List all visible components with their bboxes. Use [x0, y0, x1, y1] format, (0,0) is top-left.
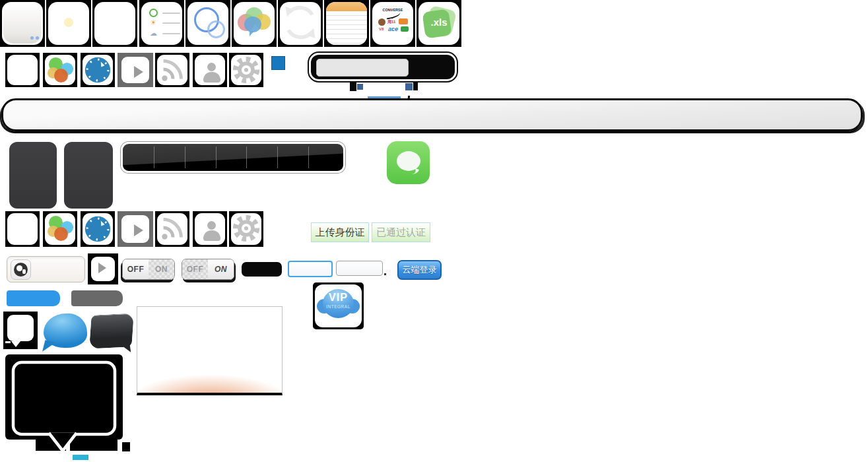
- chat-bubble-glyph: [387, 141, 430, 184]
- tooltip-bubble: [7, 315, 34, 341]
- play-button-icon[interactable]: [88, 253, 118, 284]
- gear-glyph: [231, 213, 261, 244]
- reminders-list-icon[interactable]: ☀ ☁: [139, 0, 184, 47]
- dark-card: [9, 142, 57, 209]
- green-ring-glyph: [149, 9, 158, 17]
- text-input-focused[interactable]: [288, 261, 333, 277]
- monkey-glyph: [378, 18, 385, 26]
- clock-icon[interactable]: [81, 53, 115, 87]
- blank-app-icon[interactable]: [5, 53, 40, 87]
- contact-person-icon[interactable]: [193, 53, 227, 87]
- gear-glyph: [231, 55, 261, 85]
- keyboard-key-icon[interactable]: [0, 0, 45, 47]
- blue-speech-bubble: [44, 314, 87, 348]
- toggle-off-selected[interactable]: OFF ON: [122, 259, 175, 280]
- game-circles-icon[interactable]: [43, 211, 77, 247]
- toggle-off-label[interactable]: OFF: [182, 259, 208, 279]
- fragment-black: [350, 82, 356, 91]
- brand-label: ace: [388, 26, 398, 32]
- toggle-on-selected[interactable]: OFF ON: [182, 259, 234, 280]
- clock-glyph: [83, 55, 113, 85]
- tooltip-asset: [3, 312, 38, 349]
- refresh-arrows-glyph: [280, 2, 321, 43]
- wide-toolbar: [1, 98, 863, 131]
- linked-circles-icon[interactable]: [185, 0, 230, 47]
- rss-icon[interactable]: [155, 211, 189, 247]
- video-play-icon[interactable]: [117, 53, 153, 87]
- white-panel: [137, 306, 283, 395]
- search-input[interactable]: [7, 256, 85, 282]
- clock-icon[interactable]: [81, 211, 115, 247]
- vip-label: VIP: [315, 292, 362, 304]
- vip-badge[interactable]: VIP INTEGRAL: [313, 282, 364, 329]
- text-input[interactable]: [336, 261, 383, 276]
- xls-label: .xls: [418, 2, 459, 45]
- blue-swatch: [271, 56, 285, 70]
- rss-glyph: [157, 55, 187, 85]
- fragment-black: [413, 82, 418, 90]
- toggle-on-label[interactable]: ON: [149, 259, 174, 279]
- music-note-glyph: ♪: [94, 2, 135, 45]
- upload-id-button[interactable]: 上传身份证: [311, 222, 369, 242]
- dark-speech-bubble: [89, 313, 134, 348]
- messages-icon[interactable]: [387, 141, 430, 184]
- green-chip: [401, 26, 409, 32]
- vip-sub-label: INTEGRAL: [315, 304, 362, 309]
- music-icon[interactable]: ♪: [92, 0, 137, 47]
- photos-icon[interactable]: [46, 0, 91, 47]
- play-triangle-glyph: [134, 224, 143, 236]
- sync-icon[interactable]: [278, 0, 323, 47]
- black-pill: [242, 262, 282, 277]
- tooltip-pointer: [11, 341, 20, 347]
- peach-wave: [137, 365, 283, 393]
- settings-gear-icon[interactable]: [229, 53, 263, 87]
- brand-label: V8: [379, 27, 384, 31]
- black-search-bar[interactable]: [308, 51, 458, 82]
- search-field[interactable]: [316, 59, 409, 77]
- black-speech-bubble: [5, 354, 131, 462]
- segmented-keyboard-bar[interactable]: [121, 142, 345, 173]
- orange-chip: [399, 18, 408, 24]
- brands-icon[interactable]: CONVERSE 用11 V8 ace: [370, 0, 415, 47]
- cloud-login-button[interactable]: 云端登录: [397, 260, 442, 280]
- fragment-blue: [405, 83, 413, 90]
- video-play-icon[interactable]: [117, 211, 153, 247]
- dot-fragment: [384, 273, 386, 275]
- toggle-off-label[interactable]: OFF: [123, 259, 149, 279]
- notes-icon[interactable]: [324, 0, 369, 47]
- cloud-glyph: ☁: [149, 30, 158, 37]
- sprite-canvas: ♪ ☀ ☁: [0, 0, 868, 462]
- rss-glyph: [157, 213, 187, 244]
- toggle-on-label[interactable]: ON: [208, 259, 234, 279]
- game-circles-icon[interactable]: [43, 53, 77, 87]
- play-triangle-glyph: [134, 66, 143, 78]
- brand-label: CONVERSE: [376, 8, 410, 12]
- contact-person-icon[interactable]: [193, 211, 227, 247]
- fragment-blue: [357, 84, 363, 90]
- play-triangle-glyph: [98, 263, 106, 273]
- settings-gear-icon[interactable]: [229, 211, 263, 247]
- blank-app-icon[interactable]: [5, 211, 40, 247]
- dark-card: [64, 142, 113, 209]
- sun-glyph: ☀: [149, 19, 158, 26]
- teal-fragment: [73, 455, 88, 460]
- chat-bubbles-icon[interactable]: [232, 0, 277, 47]
- spreadsheet-xls-icon[interactable]: .xls: [417, 0, 461, 47]
- rss-icon[interactable]: [155, 53, 189, 87]
- gray-button-bar[interactable]: [71, 290, 123, 306]
- clock-glyph: [83, 213, 113, 245]
- blue-button-bar[interactable]: [7, 290, 60, 306]
- flower-glyph: [48, 2, 89, 43]
- verified-button[interactable]: 已通过认证: [372, 222, 430, 242]
- search-a-icon: [11, 259, 31, 280]
